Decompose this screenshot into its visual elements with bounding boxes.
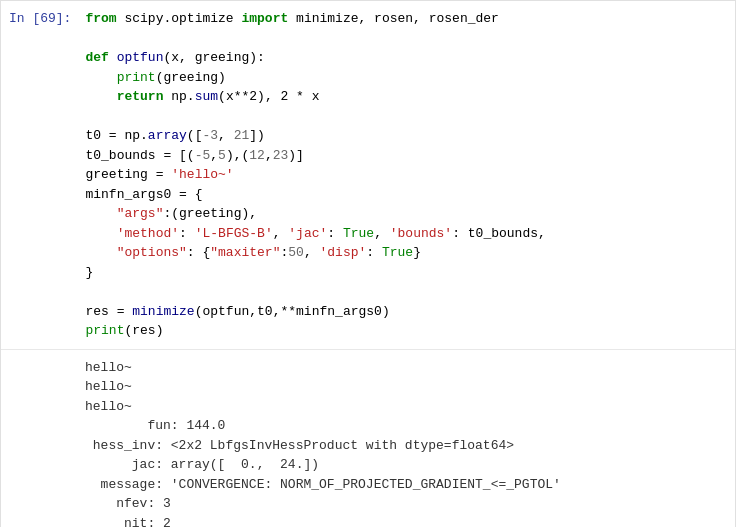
cell-output: hello~ hello~ hello~ fun: 144.0 hess_inv… — [1, 350, 735, 528]
cell-output-content: hello~ hello~ hello~ fun: 144.0 hess_inv… — [81, 350, 735, 528]
cell-label: In [69]: — [1, 1, 81, 349]
cell-input: In [69]: from scipy.optimize import mini… — [1, 1, 735, 350]
notebook-cell: In [69]: from scipy.optimize import mini… — [0, 0, 736, 527]
cell-output-label — [1, 350, 81, 528]
cell-code[interactable]: from scipy.optimize import minimize, ros… — [81, 1, 735, 349]
